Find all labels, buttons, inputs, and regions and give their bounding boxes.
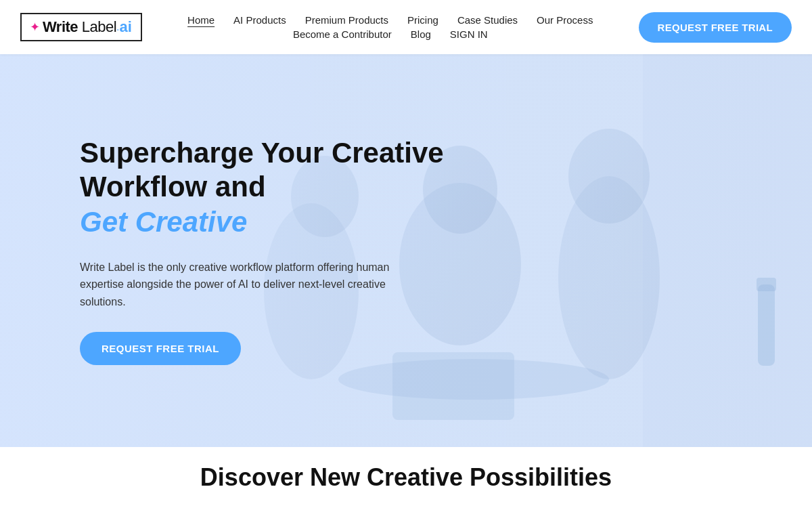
nav-links: Home AI Products Premium Products Pricin…	[187, 14, 593, 40]
nav-premium-products[interactable]: Premium Products	[305, 14, 388, 26]
hero-description: Write Label is the only creative workflo…	[80, 259, 405, 311]
logo-write: Write Label	[43, 18, 116, 36]
hero-content: Supercharge Your Creative Workflow and G…	[0, 54, 812, 447]
nav-case-studies[interactable]: Case Studies	[457, 14, 518, 26]
nav-blog[interactable]: Blog	[411, 28, 431, 40]
nav-our-process[interactable]: Our Process	[537, 14, 593, 26]
logo-ai: ai	[120, 18, 132, 36]
nav-pricing[interactable]: Pricing	[407, 14, 438, 26]
bottom-title: Discover New Creative Possibilities	[200, 463, 612, 492]
nav-home[interactable]: Home	[187, 14, 215, 26]
nav-ai-products[interactable]: AI Products	[233, 14, 286, 26]
nav-sign-in[interactable]: SIGN IN	[450, 28, 488, 40]
logo[interactable]: ✦ Write Label . ai	[20, 13, 142, 41]
nav-row-secondary: Become a Contributor Blog SIGN IN	[293, 28, 488, 40]
navbar: ✦ Write Label . ai Home AI Products Prem…	[0, 0, 812, 54]
bottom-section: Discover New Creative Possibilities	[0, 447, 812, 508]
navbar-request-trial-button[interactable]: REQUEST FREE TRIAL	[639, 12, 792, 43]
hero-title-main: Supercharge Your Creative Workflow and	[80, 136, 486, 205]
hero-request-trial-button[interactable]: REQUEST FREE TRIAL	[80, 332, 241, 365]
logo-spark-icon: ✦	[30, 20, 40, 35]
nav-row-primary: Home AI Products Premium Products Pricin…	[187, 14, 593, 26]
hero-title-accent: Get Creative	[80, 205, 812, 239]
hero-section: Supercharge Your Creative Workflow and G…	[0, 54, 812, 447]
nav-become-contributor[interactable]: Become a Contributor	[293, 28, 392, 40]
